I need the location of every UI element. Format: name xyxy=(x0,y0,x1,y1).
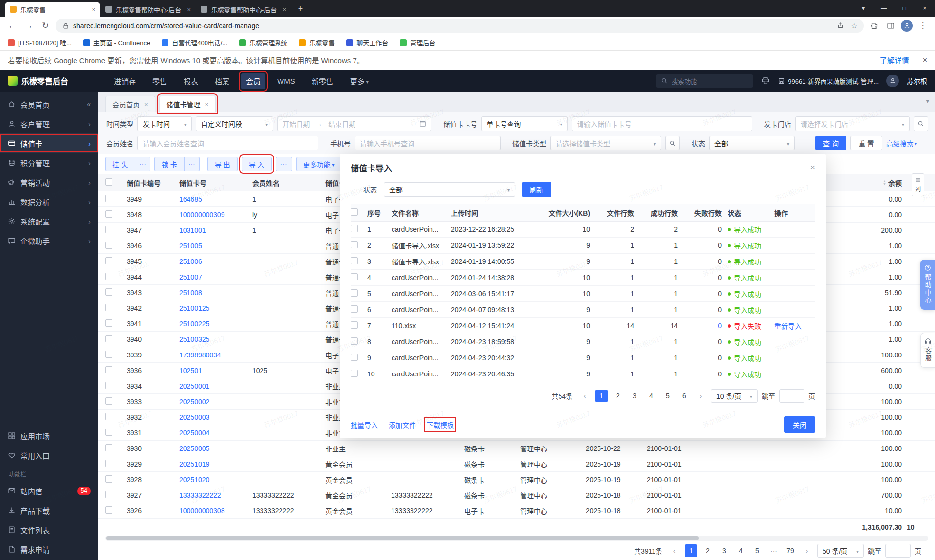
dialog-footer-link-1[interactable]: 批量导入 xyxy=(351,420,378,429)
search-button[interactable]: 查 询 xyxy=(815,136,846,150)
main-page-button[interactable]: 3 xyxy=(718,544,730,557)
dialog-close-icon[interactable]: × xyxy=(810,163,815,173)
row-checkbox[interactable] xyxy=(105,210,112,218)
sidebar-item-6[interactable]: 数据分析› xyxy=(0,192,98,211)
row-checkbox[interactable] xyxy=(105,351,112,358)
main-page-button[interactable]: 2 xyxy=(701,544,714,557)
report-loss-button[interactable]: 挂 失 xyxy=(105,157,135,171)
reload-icon[interactable]: ↻ xyxy=(39,19,52,32)
tab-close-icon[interactable]: × xyxy=(187,6,191,13)
issue-store-select[interactable]: 请选择发卡门店 xyxy=(795,116,910,131)
card-no-link[interactable]: 20250005 xyxy=(179,445,252,452)
card-type-search-button[interactable] xyxy=(665,136,680,150)
page-tab-2[interactable]: 储值卡管理× xyxy=(159,96,216,112)
close-window-button[interactable]: × xyxy=(915,5,935,12)
nav-item-5[interactable]: 会员 xyxy=(241,73,265,89)
column-settings-widget[interactable]: 列 xyxy=(912,173,924,196)
card-no-input[interactable]: 请输入储值卡卡号 xyxy=(572,116,752,131)
main-next-page-button[interactable]: › xyxy=(801,544,813,557)
main-page-button[interactable]: 1 xyxy=(685,544,697,557)
bookmark-star-icon[interactable]: ☆ xyxy=(851,22,857,30)
bookmark-item-3[interactable]: 自营代理400电话/... xyxy=(162,38,227,47)
browser-menu-icon[interactable]: ⋮ xyxy=(916,19,929,32)
bookmark-item-7[interactable]: 管理后台 xyxy=(400,38,435,47)
extensions-puzzle-icon[interactable] xyxy=(868,19,880,32)
bookmark-item-2[interactable]: 主页面 - Confluence xyxy=(83,38,150,47)
dialog-page-button[interactable]: 2 xyxy=(612,390,624,402)
row-checkbox[interactable] xyxy=(105,304,112,311)
main-page-button[interactable]: 79 xyxy=(784,544,797,557)
browser-tab-1[interactable]: 乐檬零售× xyxy=(5,2,100,17)
row-checkbox[interactable] xyxy=(105,366,112,373)
card-no-link[interactable]: 164685 xyxy=(179,195,252,203)
row-checkbox[interactable] xyxy=(351,225,358,232)
browser-tab-2[interactable]: 乐檬零售帮助中心-后台× xyxy=(100,2,196,17)
notification-close-icon[interactable]: × xyxy=(923,56,927,65)
bookmark-item-1[interactable]: [ITS-1087820] 唯... xyxy=(8,38,72,47)
row-checkbox[interactable] xyxy=(351,337,358,345)
sidebar-item-8[interactable]: 企微助手› xyxy=(0,231,98,250)
row-checkbox[interactable] xyxy=(105,491,112,498)
minimize-button[interactable]: — xyxy=(874,5,894,12)
row-checkbox[interactable] xyxy=(351,273,358,280)
page-tab-close-icon[interactable]: × xyxy=(205,101,209,108)
more-actions-button[interactable]: ··· xyxy=(276,157,292,171)
nav-item-2[interactable]: 零售 xyxy=(148,73,172,89)
sidebar-item-1[interactable]: 会员首页« xyxy=(0,94,98,114)
row-checkbox[interactable] xyxy=(105,413,112,420)
dialog-close-button[interactable]: 关闭 xyxy=(784,416,815,433)
row-checkbox[interactable] xyxy=(105,319,112,327)
status-select[interactable]: 全部 xyxy=(709,136,795,150)
lock-card-button[interactable]: 锁 卡 xyxy=(154,157,185,171)
card-no-link[interactable]: 20250003 xyxy=(179,413,252,421)
nav-item-7[interactable]: 新零售 xyxy=(307,73,338,89)
sidebar-tool-4[interactable]: 需求申请 xyxy=(0,540,98,559)
sidebar-item-7[interactable]: 系统配置› xyxy=(0,211,98,231)
share-icon[interactable] xyxy=(837,22,844,29)
card-no-link[interactable]: 1031001 xyxy=(179,226,252,234)
new-tab-button[interactable]: + xyxy=(294,2,307,15)
tabbar-chevron-icon[interactable]: ▾ xyxy=(926,97,929,105)
row-checkbox[interactable] xyxy=(351,370,358,377)
dialog-next-page-button[interactable]: › xyxy=(694,390,707,402)
main-prev-page-button[interactable]: ‹ xyxy=(668,544,681,557)
row-checkbox[interactable] xyxy=(105,460,112,467)
sidebar-item-3[interactable]: 储值卡› xyxy=(0,133,98,153)
main-page-button[interactable]: 4 xyxy=(734,544,747,557)
advanced-search-link[interactable]: 高级搜索 xyxy=(886,138,917,148)
report-loss-more-button[interactable]: ··· xyxy=(135,157,150,171)
sidebar-shortcut-2[interactable]: 常用入口 xyxy=(0,446,98,465)
dialog-page-button[interactable]: 1 xyxy=(595,390,608,402)
tab-close-icon[interactable]: × xyxy=(282,6,286,13)
scrollbar-thumb[interactable] xyxy=(106,536,699,540)
card-no-link[interactable]: 25100325 xyxy=(179,336,252,343)
function-search-input[interactable]: 搜索功能 xyxy=(656,74,753,88)
card-no-link[interactable]: 251007 xyxy=(179,273,252,281)
row-checkbox[interactable] xyxy=(105,273,112,280)
nav-item-6[interactable]: WMS xyxy=(272,74,300,88)
sidebar-item-5[interactable]: 营销活动› xyxy=(0,172,98,192)
card-no-link[interactable]: 25100225 xyxy=(179,320,252,328)
card-no-link[interactable]: 25100125 xyxy=(179,304,252,312)
reimport-link[interactable]: 重新导入 xyxy=(774,322,802,330)
card-no-link[interactable]: 251006 xyxy=(179,258,252,265)
browser-profile-avatar[interactable] xyxy=(901,20,913,32)
nav-item-1[interactable]: 进销存 xyxy=(109,73,141,89)
side-panel-icon[interactable] xyxy=(884,19,897,32)
tab-search-chevron-icon[interactable]: ▾ xyxy=(853,5,874,12)
reset-button[interactable]: 重 置 xyxy=(850,136,882,150)
forward-icon[interactable]: → xyxy=(22,19,35,32)
row-checkbox[interactable] xyxy=(105,397,112,405)
card-no-link[interactable]: 20251019 xyxy=(179,460,252,468)
learn-more-link[interactable]: 了解详情 xyxy=(880,55,909,65)
more-features-button[interactable]: 更多功能 xyxy=(296,157,342,171)
dialog-footer-link-2[interactable]: 添加文件 xyxy=(389,420,416,429)
card-no-mode-select[interactable]: 单卡号查询 xyxy=(481,116,568,131)
card-no-link[interactable]: 17398980034 xyxy=(179,351,252,359)
date-range-input[interactable]: 开始日期 → 结束日期 xyxy=(277,116,431,131)
page-tab-close-icon[interactable]: × xyxy=(144,101,148,108)
dialog-select-all-checkbox[interactable] xyxy=(351,208,358,216)
maximize-button[interactable]: □ xyxy=(894,5,915,12)
sidebar-collapse-icon[interactable]: « xyxy=(87,100,91,108)
row-checkbox[interactable] xyxy=(105,382,112,389)
